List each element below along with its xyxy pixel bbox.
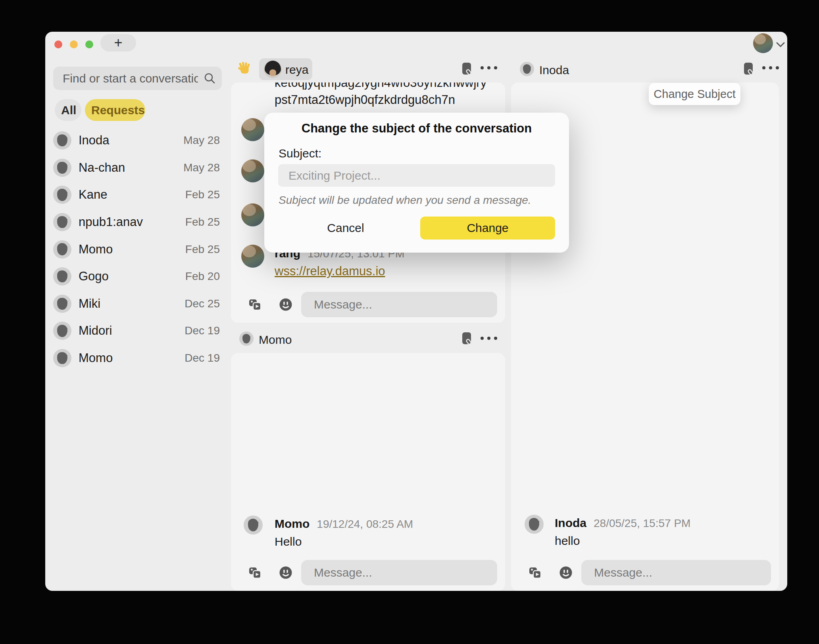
contact-name: Na-chan (79, 161, 183, 175)
dialog-title: Change the subject of the conversation (264, 121, 569, 136)
conversation-date: Dec 25 (185, 297, 220, 310)
message-avatar (241, 118, 264, 141)
conversation-date: May 28 (183, 134, 220, 147)
wave-emoji (237, 61, 252, 77)
dialog-note: Subject will be updated when you send a … (279, 194, 531, 207)
change-subject-button[interactable] (743, 62, 755, 76)
chat-title-pill[interactable]: reya (259, 58, 312, 80)
contact-name: Inoda (79, 133, 183, 148)
attach-media-button[interactable] (248, 565, 262, 580)
conversation-date: May 28 (183, 161, 220, 174)
chevron-down-icon[interactable] (776, 42, 785, 49)
cancel-button[interactable]: Cancel (312, 217, 379, 240)
contact-avatar (53, 240, 71, 259)
message-author: Inoda (555, 516, 586, 530)
message-input[interactable] (301, 292, 497, 317)
change-subject-dialog: Change the subject of the conversation S… (264, 113, 569, 253)
close-window-button[interactable] (54, 40, 62, 48)
conversation-row[interactable]: Miki Dec 25 (53, 290, 220, 318)
message-composer (248, 292, 497, 317)
message-avatar (241, 159, 264, 182)
filter-all-button[interactable]: All (55, 99, 81, 121)
contact-name: Gogo (79, 269, 185, 284)
conversation-row[interactable]: Inoda May 28 (53, 127, 220, 154)
conversation-row[interactable]: Gogo Feb 20 (53, 263, 220, 290)
zoom-window-button[interactable] (85, 40, 93, 48)
message-timestamp: 19/12/24, 08:25 AM (317, 518, 413, 531)
conversation-date: Dec 19 (185, 324, 220, 337)
contact-avatar (53, 186, 71, 204)
search-input[interactable] (53, 67, 222, 90)
message-text: hello (555, 534, 580, 548)
contact-avatar (53, 267, 71, 286)
more-options-button[interactable] (762, 66, 779, 70)
emoji-button[interactable] (279, 566, 292, 579)
message-avatar (241, 245, 264, 268)
relay-link[interactable]: wss://relay.damus.io (275, 264, 385, 278)
conversation-date: Feb 20 (185, 270, 220, 283)
contact-avatar (53, 213, 71, 231)
conversation-row[interactable]: npub1:anav Feb 25 (53, 209, 220, 236)
attach-media-button[interactable] (528, 565, 542, 580)
contact-name: Miki (79, 297, 185, 311)
contact-avatar (53, 159, 71, 177)
more-options-button[interactable] (480, 336, 498, 340)
conversation-list: Inoda May 28 Na-chan May 28 Kane Feb 25 … (53, 127, 220, 372)
chat-title: reya (285, 63, 308, 77)
conversation-date: Dec 19 (185, 352, 220, 364)
message-composer (248, 560, 497, 585)
change-subject-tooltip: Change Subject (649, 83, 740, 105)
message-author: Momo (275, 517, 310, 531)
contact-avatar (53, 322, 71, 340)
clipped-message-line: ket6qjyqtmpag2lygh4wfo36yhzkhwwjry (275, 82, 489, 90)
account-avatar[interactable] (753, 33, 773, 53)
chat-avatar (520, 62, 534, 76)
contact-name: npub1:anav (79, 215, 185, 229)
contact-name: Momo (79, 351, 185, 365)
change-subject-button[interactable] (461, 62, 473, 76)
message-timestamp: 28/05/25, 15:57 PM (594, 517, 690, 530)
conversation-row[interactable]: Na-chan May 28 (53, 154, 220, 182)
more-options-button[interactable] (480, 66, 498, 70)
chat-panel-momo: Momo 19/12/24, 08:25 AM Hello (231, 353, 505, 591)
emoji-button[interactable] (559, 566, 573, 579)
conversation-row[interactable]: Momo Feb 25 (53, 236, 220, 263)
minimize-window-button[interactable] (70, 40, 78, 48)
contact-name: Momo (79, 242, 185, 257)
message-avatar (244, 516, 263, 535)
conversation-search (53, 67, 222, 90)
search-icon (204, 72, 215, 84)
message-text: Hello (275, 535, 302, 548)
app-window: + All Requests Inoda May 28 Na-chan Ma (45, 32, 787, 591)
conversation-row[interactable]: Momo Dec 19 (53, 345, 220, 372)
message-composer (528, 560, 771, 585)
contact-name: Midori (79, 324, 185, 338)
contact-avatar (53, 295, 71, 313)
chat-title: Momo (259, 333, 292, 347)
subject-input[interactable] (278, 164, 555, 187)
emoji-button[interactable] (279, 298, 292, 311)
chat-title: Inoda (539, 63, 569, 77)
desktop-background: + All Requests Inoda May 28 Na-chan Ma (0, 0, 819, 644)
message-input[interactable] (301, 560, 497, 585)
change-button[interactable]: Change (420, 217, 555, 240)
attach-media-button[interactable] (248, 297, 262, 312)
new-tab-button[interactable]: + (100, 34, 136, 52)
contact-avatar (53, 349, 71, 367)
message-avatar (525, 515, 544, 534)
subject-label: Subject: (279, 147, 321, 160)
chat-avatar (239, 332, 254, 346)
message-avatar (241, 203, 264, 226)
conversation-row[interactable]: Kane Feb 25 (53, 181, 220, 209)
change-subject-button[interactable] (461, 332, 473, 346)
contact-avatar (53, 131, 71, 150)
chat-avatar (264, 60, 282, 78)
npub-message-line: pst7mta2t6wpjh0qfzkdrdgu8ch7n (275, 93, 455, 107)
conversation-date: Feb 25 (185, 216, 220, 228)
contact-name: Kane (79, 188, 185, 202)
conversation-row[interactable]: Midori Dec 19 (53, 317, 220, 345)
message-input[interactable] (581, 560, 771, 585)
conversation-date: Feb 25 (185, 188, 220, 201)
filter-requests-button[interactable]: Requests (85, 99, 145, 121)
conversation-date: Feb 25 (185, 243, 220, 256)
